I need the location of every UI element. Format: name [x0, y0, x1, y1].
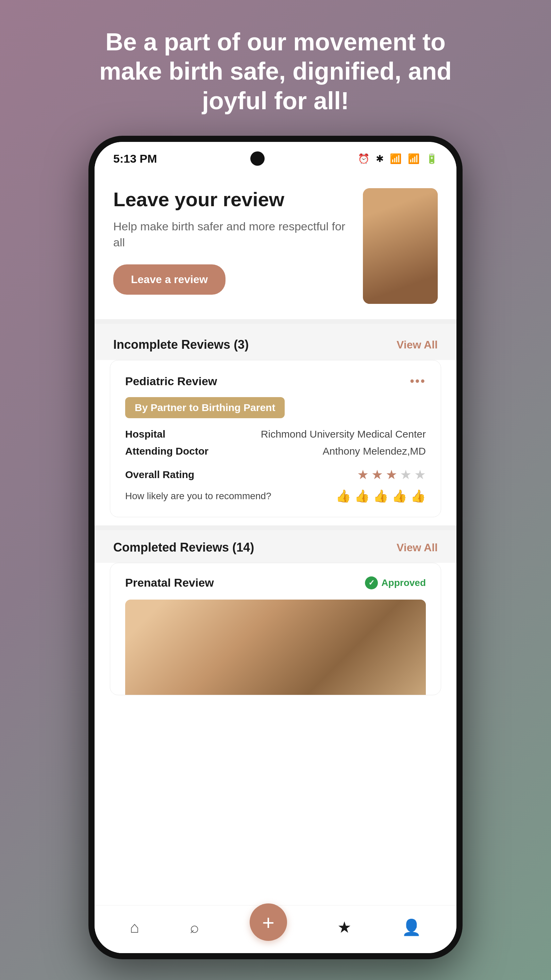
bluetooth-icon: ✱: [376, 153, 384, 164]
rating-row: Overall Rating ★ ★ ★ ★ ★: [125, 467, 426, 482]
card-image-inner: [125, 600, 426, 695]
doctor-value: Anthony Melendez,MD: [323, 445, 426, 457]
completed-reviews-title: Completed Reviews (14): [113, 540, 254, 555]
bottom-nav: ⌂ ⌕ + ★ 👤: [95, 905, 456, 953]
doctor-label: Attending Doctor: [125, 445, 208, 457]
stars[interactable]: ★ ★ ★ ★ ★: [357, 467, 426, 482]
nav-profile[interactable]: 👤: [402, 918, 421, 937]
completed-reviews-header: Completed Reviews (14) View All: [95, 530, 456, 563]
star-2[interactable]: ★: [372, 467, 383, 482]
doctor-row: Attending Doctor Anthony Melendez,MD: [125, 445, 426, 457]
star-3[interactable]: ★: [386, 467, 397, 482]
three-dots-icon[interactable]: •••: [410, 374, 426, 388]
approved-check-icon: ✓: [365, 576, 378, 589]
completed-card-header: Prenatal Review ✓ Approved: [125, 576, 426, 589]
camera-dot: [250, 151, 265, 166]
hospital-label: Hospital: [125, 428, 165, 440]
completed-view-all[interactable]: View All: [397, 541, 438, 554]
hero-image-shape: [363, 188, 438, 304]
wifi-icon: 📶: [390, 153, 402, 164]
phone-shell: 5:13 PM ⏰ ✱ 📶 📶 🔋 Leave your review Help…: [89, 136, 462, 959]
status-time: 5:13 PM: [113, 152, 157, 165]
nav-home[interactable]: ⌂: [130, 918, 140, 937]
phone-screen: 5:13 PM ⏰ ✱ 📶 📶 🔋 Leave your review Help…: [95, 142, 456, 953]
rating-label: Overall Rating: [125, 469, 194, 480]
thumb-1[interactable]: 👍: [336, 489, 351, 503]
leave-review-button[interactable]: Leave a review: [113, 264, 225, 295]
hero-image: [363, 188, 438, 304]
completed-card-title: Prenatal Review: [125, 576, 214, 589]
card-image: [125, 600, 426, 695]
thumb-5[interactable]: 👍: [411, 489, 426, 503]
hospital-row: Hospital Richmond University Medical Cen…: [125, 428, 426, 440]
nav-add[interactable]: +: [250, 914, 287, 941]
status-icons: ⏰ ✱ 📶 📶 🔋: [358, 153, 438, 164]
thumb-3[interactable]: 👍: [373, 489, 388, 503]
hero-section: Leave your review Help make birth safer …: [95, 171, 456, 319]
screen-content: Leave your review Help make birth safer …: [95, 171, 456, 905]
star-4[interactable]: ★: [400, 467, 411, 482]
hospital-value: Richmond University Medical Center: [261, 428, 426, 440]
thumbs-icons[interactable]: 👍 👍 👍 👍 👍: [336, 489, 426, 503]
incomplete-review-card: Pediatric Review ••• By Partner to Birth…: [110, 360, 441, 517]
recommend-label: How likely are you to recommend?: [125, 491, 272, 501]
star-nav-icon: ★: [337, 918, 351, 937]
alarm-icon: ⏰: [358, 153, 370, 164]
hero-subtitle: Help make birth safer and more respectfu…: [113, 218, 356, 251]
incomplete-view-all[interactable]: View All: [397, 339, 438, 351]
review-details: Hospital Richmond University Medical Cen…: [125, 428, 426, 457]
fab-button[interactable]: +: [250, 904, 287, 941]
incomplete-reviews-header: Incomplete Reviews (3) View All: [95, 324, 456, 360]
profile-icon: 👤: [402, 918, 421, 937]
star-1[interactable]: ★: [357, 467, 369, 482]
thumb-2[interactable]: 👍: [354, 489, 370, 503]
star-5[interactable]: ★: [414, 467, 426, 482]
home-icon: ⌂: [130, 918, 140, 937]
review-card-header: Pediatric Review •••: [125, 374, 426, 388]
review-card-title: Pediatric Review: [125, 375, 217, 388]
incomplete-reviews-title: Incomplete Reviews (3): [113, 337, 249, 352]
review-tag: By Partner to Birthing Parent: [125, 397, 285, 418]
nav-reviews[interactable]: ★: [337, 918, 351, 937]
completed-review-card: Prenatal Review ✓ Approved: [110, 563, 441, 695]
search-icon: ⌕: [190, 918, 199, 937]
status-bar: 5:13 PM ⏰ ✱ 📶 📶 🔋: [95, 142, 456, 171]
approved-text: Approved: [381, 578, 426, 588]
signal-icon: 📶: [408, 153, 420, 164]
nav-search[interactable]: ⌕: [190, 918, 199, 937]
hero-title: Leave your review: [113, 188, 356, 211]
headline: Be a part of our movement to make birth …: [37, 0, 514, 136]
battery-icon: 🔋: [426, 153, 438, 164]
hero-text: Leave your review Help make birth safer …: [113, 188, 363, 295]
approved-badge: ✓ Approved: [365, 576, 426, 589]
thumb-4[interactable]: 👍: [392, 489, 407, 503]
thumbs-row: How likely are you to recommend? 👍 👍 👍 👍…: [125, 489, 426, 503]
